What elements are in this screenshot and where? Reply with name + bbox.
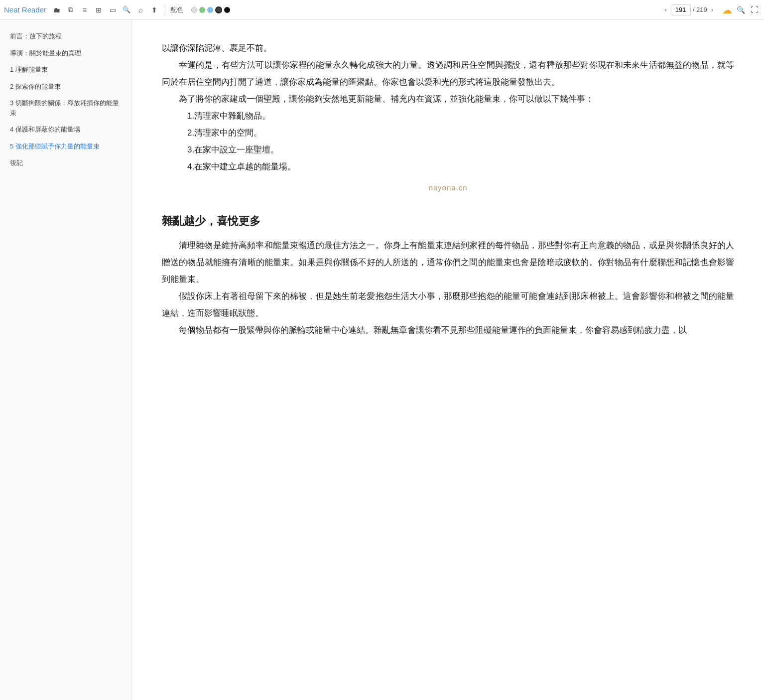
color-dot-2[interactable]	[199, 7, 205, 13]
cloud-icon[interactable]: ☁	[722, 4, 732, 16]
main-area: 前言：放下的旅程導演：關於能量束的真理1 理解能量束2 探索你的能量束3 切斷拘…	[0, 20, 764, 700]
menu-icon[interactable]: ≡	[79, 4, 90, 15]
color-dot-1[interactable]	[191, 7, 197, 13]
list-item: 2.清理家中的空間。	[162, 125, 734, 141]
copy-icon[interactable]: ⧉	[65, 4, 76, 15]
sidebar-item-ch1[interactable]: 1 理解能量束	[0, 61, 131, 78]
sidebar-item-ch4[interactable]: 4 保護和屏蔽你的能量場	[0, 121, 131, 138]
sidebar-item-ch3[interactable]: 3 切斷拘限的關係：釋放耗損你的能量束	[0, 95, 131, 121]
app-title: Neat Reader	[4, 5, 46, 14]
list-item: 4.在家中建立卓越的能量場。	[162, 158, 734, 175]
content-paragraph: 幸運的是，有些方法可以讓你家裡的能量永久轉化成強大的力量。透過調和居住空間與擺設…	[162, 57, 734, 91]
section-title: 雜亂越少，喜悅更多	[162, 210, 734, 232]
grid-icon[interactable]: ⊞	[93, 4, 104, 15]
list-item: 3.在家中設立一座聖壇。	[162, 141, 734, 158]
sidebar-item-ch5[interactable]: 5 強化那些賦予你力量的能量束	[0, 138, 131, 155]
color-dot-3[interactable]	[207, 7, 213, 13]
color-dot-5[interactable]	[224, 7, 230, 13]
search-small-icon[interactable]: 🔍	[121, 4, 132, 15]
sidebar-item-preface[interactable]: 前言：放下的旅程	[0, 28, 131, 45]
next-page-button[interactable]: ›	[709, 5, 715, 14]
color-label: 配色	[170, 5, 183, 14]
search-large-icon[interactable]: ⌕	[135, 4, 146, 15]
page-total: / 219	[693, 6, 707, 13]
toolbar: Neat Reader 🖿 ⧉ ≡ ⊞ ▭ 🔍 ⌕ ⬆ 配色 ‹ / 219 ›…	[0, 0, 764, 20]
content-area: 以讓你深陷泥淖、裹足不前。幸運的是，有些方法可以讓你家裡的能量永久轉化成強大的力…	[132, 20, 764, 700]
export-icon[interactable]: ⬆	[149, 4, 160, 15]
color-dots	[191, 6, 230, 13]
pin-icon[interactable]: 🖿	[51, 4, 62, 15]
page-navigation: ‹ / 219 ›	[662, 4, 715, 15]
content-paragraph: 清理雜物是維持高頻率和能量束暢通的最佳方法之一。你身上有能量束連結到家裡的每件物…	[162, 237, 734, 288]
sidebar-item-intro[interactable]: 導演：關於能量束的真理	[0, 45, 131, 62]
sidebar-item-ch2[interactable]: 2 探索你的能量束	[0, 78, 131, 95]
color-dot-4[interactable]	[215, 6, 222, 13]
right-icons: ☁ 🔍 ⛶	[722, 4, 760, 16]
search-icon-right[interactable]: 🔍	[735, 4, 746, 15]
sidebar: 前言：放下的旅程導演：關於能量束的真理1 理解能量束2 探索你的能量束3 切斷拘…	[0, 20, 132, 700]
watermark: nayona.cn	[162, 180, 734, 195]
separator-1	[165, 5, 165, 15]
page-icon[interactable]: ▭	[107, 4, 118, 15]
sidebar-item-epilogue[interactable]: 後記	[0, 154, 131, 171]
content-paragraph: 每個物品都有一股緊帶與你的脈輪或能量中心連結。雜亂無章會讓你看不見那些阻礙能量運…	[162, 322, 734, 339]
content-paragraph: 為了將你的家建成一個聖殿，讓你能夠安然地更新能量、補充內在資源，並強化能量束，你…	[162, 91, 734, 108]
list-item: 1.清理家中雜亂物品。	[162, 108, 734, 125]
fullscreen-icon[interactable]: ⛶	[749, 4, 760, 15]
content-paragraph: 以讓你深陷泥淖、裹足不前。	[162, 40, 734, 57]
content-text: 以讓你深陷泥淖、裹足不前。幸運的是，有些方法可以讓你家裡的能量永久轉化成強大的力…	[162, 40, 734, 339]
prev-page-button[interactable]: ‹	[662, 5, 668, 14]
page-number-input[interactable]	[671, 4, 691, 15]
content-paragraph: 假設你床上有著祖母留下來的棉被，但是她生前老愛抱怨生活大小事，那麼那些抱怨的能量…	[162, 288, 734, 322]
